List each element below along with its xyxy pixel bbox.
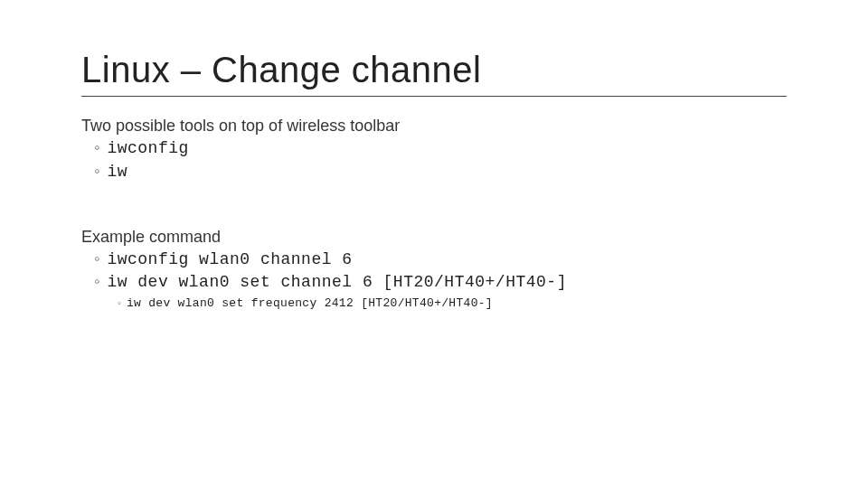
section-tools: Two possible tools on top of wireless to… xyxy=(81,115,787,183)
section-tools-heading: Two possible tools on top of wireless to… xyxy=(81,115,787,136)
list-item: ◦iw xyxy=(81,160,787,183)
tool-name: iw xyxy=(107,163,127,181)
bullet-icon: ◦ xyxy=(94,270,99,292)
list-item: ◦iwconfig wlan0 channel 6 xyxy=(81,248,787,270)
title-underline xyxy=(81,96,787,97)
list-item: ◦iw dev wlan0 set channel 6 [HT20/HT40+/… xyxy=(81,270,787,293)
list-item: ◦iwconfig xyxy=(81,136,787,159)
example-command: iw dev wlan0 set channel 6 [HT20/HT40+/H… xyxy=(107,273,567,291)
section-examples-heading: Example command xyxy=(81,226,787,248)
example-sub-command: iw dev wlan0 set frequency 2412 [HT20/HT… xyxy=(127,296,493,310)
tool-name: iwconfig xyxy=(107,139,188,157)
bullet-icon: ◦ xyxy=(94,160,99,182)
slide-title: Linux – Change channel xyxy=(81,50,787,90)
section-examples: Example command ◦iwconfig wlan0 channel … xyxy=(81,226,787,312)
bullet-icon: ◦ xyxy=(94,248,99,269)
sub-list-item: ◦iw dev wlan0 set frequency 2412 [HT20/H… xyxy=(81,294,787,313)
example-command: iwconfig wlan0 channel 6 xyxy=(107,250,352,268)
bullet-icon: ◦ xyxy=(94,136,99,158)
bullet-icon: ◦ xyxy=(118,296,121,311)
